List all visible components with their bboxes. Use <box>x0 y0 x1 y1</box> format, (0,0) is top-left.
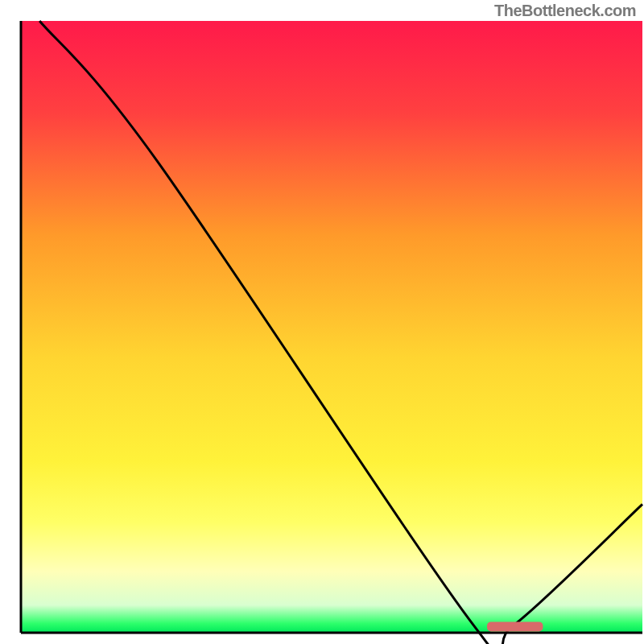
plot-background <box>21 21 642 633</box>
chart-container: TheBottleneck.com <box>0 0 644 644</box>
bottleneck-chart <box>0 0 644 644</box>
watermark-text: TheBottleneck.com <box>494 2 636 20</box>
optimal-marker <box>487 621 543 631</box>
